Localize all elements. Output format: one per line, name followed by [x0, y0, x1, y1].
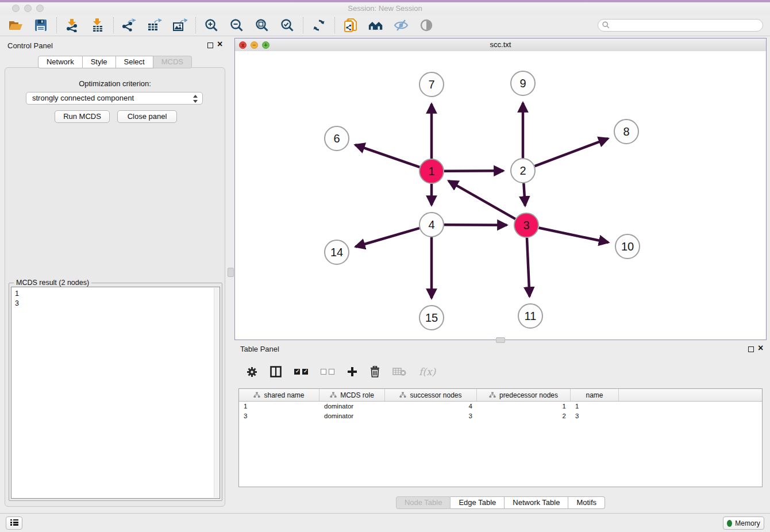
save-session-icon[interactable]	[33, 18, 48, 33]
zoom-in-icon[interactable]	[204, 18, 219, 33]
tab-motifs[interactable]: Motifs	[568, 496, 605, 509]
select-all-icon[interactable]	[294, 365, 308, 379]
control-panel-title: Control Panel	[7, 41, 53, 50]
result-scrollbar[interactable]	[214, 288, 219, 498]
hierarchy-icon	[330, 392, 337, 398]
table-float-icon[interactable]	[748, 346, 754, 352]
import-table-icon[interactable]	[90, 18, 105, 33]
tab-edge-table[interactable]: Edge Table	[451, 496, 505, 509]
graph-node-label: 9	[519, 77, 526, 90]
graph-node-label: 15	[425, 311, 438, 324]
graph-edge-4-14[interactable]	[356, 228, 419, 246]
network-canvas[interactable]: 7968124314101511	[235, 51, 766, 340]
tab-network-table[interactable]: Network Table	[505, 496, 568, 509]
mcds-result-box[interactable]: 1 3	[11, 287, 220, 499]
graph-edge-1-2[interactable]	[444, 171, 503, 171]
tab-mcds[interactable]: MCDS	[153, 56, 192, 68]
close-panel-button[interactable]: Close panel	[117, 110, 177, 123]
column-header-successor-nodes[interactable]: successor nodes	[385, 389, 477, 401]
table-toolbar: f(x)	[238, 361, 763, 383]
mcds-result-lines: 1 3	[15, 289, 19, 309]
zoom-selected-icon[interactable]	[280, 18, 295, 33]
task-history-button[interactable]	[6, 516, 22, 530]
graph-edge-4-3[interactable]	[444, 225, 507, 225]
search-input[interactable]	[598, 19, 763, 32]
network-graph[interactable]: 7968124314101511	[235, 51, 766, 340]
graph-edge-2-3[interactable]	[523, 183, 525, 206]
memory-button[interactable]: Memory	[723, 516, 764, 530]
criterion-select[interactable]: strongly connected component	[26, 92, 203, 105]
table-close-icon[interactable]	[758, 344, 763, 353]
duplicate-network-icon[interactable]	[343, 18, 358, 33]
result-line: 3	[15, 299, 19, 309]
status-bar: Memory	[0, 513, 770, 532]
main-toolbar	[0, 15, 770, 36]
column-header-shared-name[interactable]: shared name	[239, 389, 319, 401]
graph-node-label: 6	[333, 132, 340, 145]
mcds-result-fieldset: MCDS result (2 nodes) 1 3	[9, 283, 222, 501]
column-header-name[interactable]: name	[571, 389, 619, 401]
tab-select[interactable]: Select	[116, 56, 153, 68]
column-header-mcds-role[interactable]: MCDS role	[319, 389, 385, 401]
control-panel-tabs: Network Style Select MCDS	[0, 56, 230, 68]
table-row[interactable]: 1 dominator 4 1 1	[239, 402, 762, 411]
graph-node-label: 2	[519, 164, 526, 177]
hierarchy-icon	[489, 392, 496, 398]
table-panel-title: Table Panel	[240, 345, 279, 353]
hierarchy-icon	[253, 392, 260, 398]
graph-node-label: 10	[621, 240, 634, 253]
run-mcds-button[interactable]: Run MCDS	[55, 110, 110, 123]
table-settings-icon[interactable]	[247, 365, 257, 379]
control-panel-header: Control Panel	[0, 38, 230, 53]
node-table[interactable]: shared name MCDS role successor nodes pr…	[238, 388, 763, 487]
graph-edge-3-10[interactable]	[539, 228, 609, 242]
zoom-fit-icon[interactable]	[255, 18, 270, 33]
result-line: 1	[15, 289, 19, 299]
tab-node-table[interactable]: Node Table	[396, 496, 451, 509]
export-network-icon[interactable]	[122, 18, 137, 33]
hierarchy-icon	[399, 392, 406, 398]
column-header-predecessor-nodes[interactable]: predecessor nodes	[477, 389, 571, 401]
first-neighbors-icon[interactable]	[368, 18, 383, 33]
app-titlebar: Session: New Session	[0, 2, 770, 15]
delete-table-icon[interactable]	[392, 365, 406, 379]
function-builder-icon[interactable]: f(x)	[419, 365, 436, 379]
level-of-detail-icon[interactable]	[419, 18, 434, 33]
graph-edge-1-6[interactable]	[355, 145, 419, 167]
vertical-splitter-grip[interactable]	[228, 268, 234, 277]
table-tabs: Node Table Edge Table Network Table Moti…	[234, 496, 767, 509]
criterion-value: strongly connected component	[32, 94, 134, 102]
mcds-tab-content: Optimization criterion: strongly connect…	[5, 67, 225, 507]
refresh-icon[interactable]	[311, 18, 326, 33]
search-field[interactable]	[598, 19, 763, 32]
show-hide-icon[interactable]	[394, 18, 409, 33]
show-columns-icon[interactable]	[270, 365, 282, 379]
graph-edge-2-8[interactable]	[535, 138, 609, 166]
tab-style[interactable]: Style	[83, 56, 116, 68]
network-window-titlebar[interactable]: x − + scc.txt	[235, 38, 766, 52]
graph-edge-3-11[interactable]	[527, 238, 530, 296]
table-header-row: shared name MCDS role successor nodes pr…	[239, 389, 762, 402]
network-window: x − + scc.txt 7968124314101511	[234, 38, 767, 340]
memory-status-icon	[727, 520, 732, 527]
float-panel-icon[interactable]	[207, 43, 213, 48]
table-row[interactable]: 3 dominator 3 2 3	[239, 411, 762, 421]
tab-network[interactable]: Network	[38, 56, 83, 68]
graph-node-label: 1	[428, 165, 434, 178]
graph-node-label: 4	[428, 218, 434, 231]
graph-node-label: 14	[330, 246, 343, 259]
graph-node-label: 11	[525, 310, 537, 322]
app-title: Session: New Session	[0, 4, 770, 13]
import-network-icon[interactable]	[65, 18, 80, 33]
zoom-out-icon[interactable]	[229, 18, 244, 33]
export-table-icon[interactable]	[147, 18, 162, 33]
deselect-all-icon[interactable]	[321, 365, 334, 379]
delete-row-icon[interactable]	[370, 365, 380, 379]
graph-edge-3-1[interactable]	[449, 181, 515, 219]
add-row-icon[interactable]	[347, 365, 357, 379]
graph-node-label: 7	[428, 78, 434, 91]
close-panel-icon[interactable]	[217, 40, 222, 49]
open-session-icon[interactable]	[8, 18, 23, 33]
export-image-icon[interactable]	[172, 18, 187, 33]
mcds-result-title: MCDS result (2 nodes)	[14, 279, 91, 287]
